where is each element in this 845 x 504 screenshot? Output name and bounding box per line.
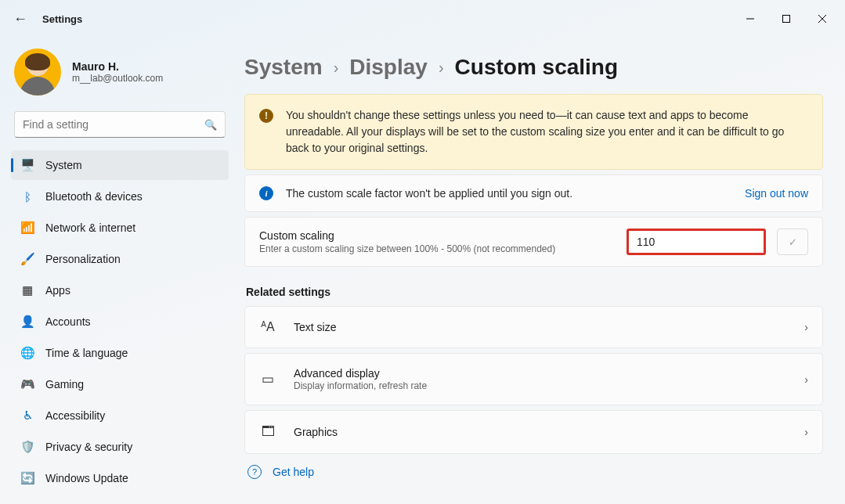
nav-network[interactable]: 📶Network & internet — [11, 213, 229, 243]
profile-name: Mauro H. — [72, 60, 163, 73]
nav-label: Apps — [45, 284, 70, 297]
info-text: The custom scale factor won't be applied… — [286, 187, 572, 200]
link-title: Graphics — [294, 426, 787, 438]
person-icon: 👤 — [20, 315, 34, 329]
search-icon: 🔍 — [204, 119, 217, 131]
warning-banner: ! You shouldn't change these settings un… — [244, 94, 823, 170]
nav-accessibility[interactable]: ♿︎Accessibility — [11, 401, 229, 430]
nav-system[interactable]: 🖥️System — [11, 150, 229, 180]
related-heading: Related settings — [246, 286, 823, 298]
close-button[interactable] — [804, 6, 840, 31]
monitor-icon: ▭ — [259, 371, 276, 387]
advanced-display-row[interactable]: ▭ Advanced display Display information, … — [244, 353, 823, 405]
help-icon: ? — [247, 465, 262, 479]
nav-update[interactable]: 🔄Windows Update — [11, 463, 229, 493]
scale-input[interactable] — [627, 229, 766, 255]
nav: 🖥️System ᛒBluetooth & devices 📶Network &… — [11, 150, 229, 493]
text-size-icon: AA — [259, 320, 276, 334]
avatar — [14, 49, 61, 95]
custom-scale-row: Custom scaling Enter a custom scaling si… — [244, 217, 823, 267]
nav-label: Gaming — [45, 378, 84, 391]
window-title: Settings — [42, 13, 82, 25]
nav-label: Personalization — [45, 253, 121, 265]
warning-text: You shouldn't change these settings unle… — [286, 107, 808, 157]
back-button[interactable]: ← — [5, 3, 36, 34]
graphics-icon: 🗔 — [259, 424, 276, 440]
nav-label: Time & language — [45, 347, 128, 359]
gamepad-icon: 🎮 — [20, 377, 34, 391]
nav-label: Privacy & security — [45, 441, 132, 453]
chevron-right-icon: › — [334, 59, 339, 77]
nav-gaming[interactable]: 🎮Gaming — [11, 369, 229, 399]
shield-icon: 🛡️ — [20, 440, 34, 454]
apply-scale-button[interactable]: ✓ — [777, 229, 808, 255]
warning-icon: ! — [259, 109, 273, 123]
wifi-icon: 📶 — [20, 221, 34, 235]
profile[interactable]: Mauro H. m__lab@outlook.com — [11, 47, 229, 106]
nav-label: Bluetooth & devices — [45, 190, 143, 203]
update-icon: 🔄 — [20, 471, 34, 485]
nav-personalization[interactable]: 🖌️Personalization — [11, 244, 229, 274]
search-box[interactable]: 🔍 — [14, 111, 226, 138]
nav-time[interactable]: 🌐Time & language — [11, 338, 229, 368]
globe-clock-icon: 🌐 — [20, 346, 34, 360]
nav-label: Network & internet — [45, 221, 135, 234]
apps-icon: ▦ — [20, 283, 34, 297]
svg-rect-1 — [783, 16, 790, 23]
minimize-button[interactable] — [732, 6, 768, 31]
crumb-current: Custom scaling — [455, 55, 618, 80]
profile-email: m__lab@outlook.com — [72, 73, 163, 84]
help-label: Get help — [273, 466, 314, 478]
link-title: Text size — [294, 321, 787, 333]
text-size-row[interactable]: AA Text size › — [244, 306, 823, 348]
info-icon: i — [259, 186, 273, 200]
chevron-right-icon: › — [439, 59, 444, 77]
scaling-subtitle: Enter a custom scaling size between 100%… — [259, 243, 616, 254]
sign-out-link[interactable]: Sign out now — [745, 187, 808, 200]
nav-bluetooth[interactable]: ᛒBluetooth & devices — [11, 182, 229, 211]
chevron-right-icon: › — [804, 426, 808, 438]
breadcrumb: System › Display › Custom scaling — [244, 55, 823, 80]
nav-label: System — [45, 159, 82, 171]
info-banner: i The custom scale factor won't be appli… — [244, 175, 823, 212]
nav-label: Accounts — [45, 315, 91, 328]
get-help-link[interactable]: ? Get help — [244, 459, 823, 485]
main-content: System › Display › Custom scaling ! You … — [235, 38, 845, 504]
display-icon: 🖥️ — [20, 158, 34, 172]
sidebar: Mauro H. m__lab@outlook.com 🔍 🖥️System ᛒ… — [0, 38, 235, 504]
nav-accounts[interactable]: 👤Accounts — [11, 307, 229, 337]
accessibility-icon: ♿︎ — [20, 409, 34, 423]
link-subtitle: Display information, refresh rate — [294, 380, 787, 391]
scaling-title: Custom scaling — [259, 229, 616, 242]
chevron-right-icon: › — [804, 321, 808, 333]
search-input[interactable] — [23, 118, 204, 131]
nav-apps[interactable]: ▦Apps — [11, 275, 229, 305]
chevron-right-icon: › — [804, 373, 808, 386]
paintbrush-icon: 🖌️ — [20, 252, 34, 266]
crumb-system[interactable]: System — [244, 55, 323, 80]
link-title: Advanced display — [294, 367, 787, 380]
maximize-button[interactable] — [768, 6, 804, 31]
nav-label: Accessibility — [45, 409, 105, 422]
nav-label: Windows Update — [45, 472, 128, 484]
crumb-display[interactable]: Display — [349, 55, 428, 80]
graphics-row[interactable]: 🗔 Graphics › — [244, 410, 823, 454]
bluetooth-icon: ᛒ — [20, 189, 34, 203]
nav-privacy[interactable]: 🛡️Privacy & security — [11, 432, 229, 462]
